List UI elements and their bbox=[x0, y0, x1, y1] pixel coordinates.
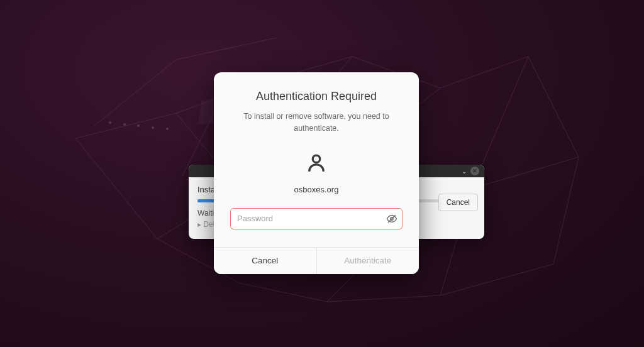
installer-cancel-button[interactable]: Cancel bbox=[438, 194, 478, 211]
authenticate-button[interactable]: Authenticate bbox=[317, 248, 419, 274]
password-visibility-toggle-icon[interactable] bbox=[386, 213, 397, 224]
password-input[interactable] bbox=[230, 208, 402, 229]
user-avatar-icon bbox=[230, 152, 402, 177]
svg-point-1 bbox=[123, 123, 126, 126]
svg-point-3 bbox=[152, 126, 154, 129]
svg-point-0 bbox=[109, 121, 111, 124]
window-menu-chevron-icon[interactable]: ⌄ bbox=[462, 168, 467, 175]
dialog-subtitle: To install or remove software, you need … bbox=[230, 111, 402, 135]
authentication-dialog: Authentication Required To install or re… bbox=[214, 72, 419, 274]
window-close-icon[interactable]: ✕ bbox=[470, 167, 479, 175]
username-label: osboxes.org bbox=[230, 185, 402, 194]
svg-point-2 bbox=[137, 124, 140, 127]
svg-point-7 bbox=[313, 155, 319, 162]
dialog-title: Authentication Required bbox=[230, 90, 402, 103]
svg-point-4 bbox=[166, 128, 169, 130]
cancel-button[interactable]: Cancel bbox=[214, 248, 317, 274]
